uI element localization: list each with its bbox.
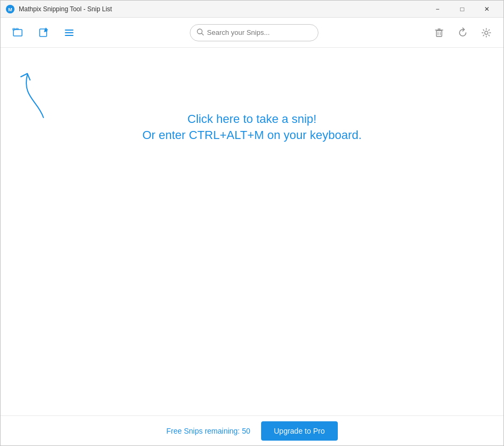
upgrade-button[interactable]: Upgrade to Pro xyxy=(261,421,338,441)
title-bar: M Mathpix Snipping Tool - Snip List − □ … xyxy=(1,1,503,18)
center-message: Click here to take a snip! Or enter CTRL… xyxy=(142,112,361,142)
delete-icon xyxy=(434,27,444,38)
footer: Free Snips remaining: 50 Upgrade to Pro xyxy=(1,415,503,445)
app-window: M Mathpix Snipping Tool - Snip List − □ … xyxy=(0,0,504,446)
toolbar xyxy=(1,18,503,48)
list-button[interactable] xyxy=(61,24,78,41)
search-icon xyxy=(197,28,204,37)
delete-button[interactable] xyxy=(431,24,448,41)
maximize-button[interactable]: □ xyxy=(450,1,475,18)
list-icon xyxy=(64,27,75,38)
minimize-button[interactable]: − xyxy=(425,1,450,18)
title-bar-controls: − □ ✕ xyxy=(425,1,499,18)
search-input[interactable] xyxy=(207,28,312,36)
toolbar-center xyxy=(78,24,431,41)
refresh-button[interactable] xyxy=(454,24,471,41)
refresh-icon xyxy=(457,27,468,38)
search-box xyxy=(190,24,318,41)
keyboard-message: Or enter CTRL+ALT+M on your keyboard. xyxy=(142,128,361,142)
edit-icon xyxy=(38,27,49,38)
screenshot-icon xyxy=(12,27,23,38)
svg-point-17 xyxy=(485,31,488,34)
click-message: Click here to take a snip! xyxy=(142,112,361,126)
new-snip-button[interactable] xyxy=(35,24,52,41)
free-snips-text: Free Snips remaining: 50 xyxy=(166,427,250,435)
svg-rect-2 xyxy=(13,30,22,36)
title-bar-text: Mathpix Snipping Tool - Snip List xyxy=(19,5,425,13)
main-content: Click here to take a snip! Or enter CTRL… xyxy=(1,48,503,415)
app-icon: M xyxy=(5,4,16,14)
screenshot-button[interactable] xyxy=(9,24,26,41)
settings-icon xyxy=(481,27,492,38)
svg-text:M: M xyxy=(8,7,12,12)
svg-rect-12 xyxy=(436,31,442,36)
toolbar-left xyxy=(9,24,78,41)
settings-button[interactable] xyxy=(478,24,495,41)
close-button[interactable]: ✕ xyxy=(475,1,499,18)
arrow-area xyxy=(11,69,54,125)
svg-line-11 xyxy=(202,33,204,35)
arrow-svg xyxy=(11,69,54,123)
svg-rect-4 xyxy=(16,28,18,30)
toolbar-right xyxy=(431,24,495,41)
